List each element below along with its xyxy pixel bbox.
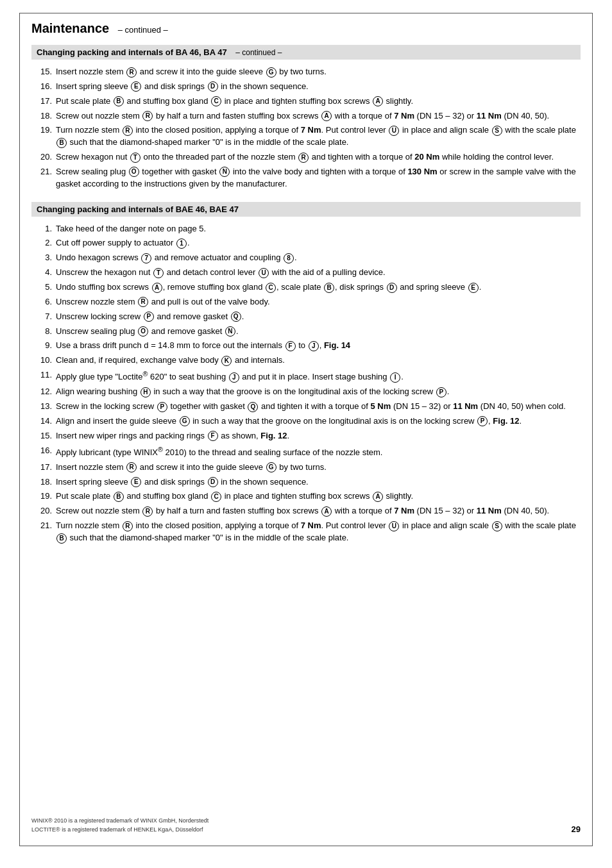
list-text: Apply lubricant (type WINIX® 2010) to th… [56,445,581,459]
list-num: 12. [38,386,56,398]
circle-C: C [266,283,276,293]
list-item: 2.Cut off power supply to actuator 1. [38,237,581,249]
list-text: Unscrew sealing plug O and remove gasket… [56,326,581,338]
list-num: 7. [38,311,56,323]
list-item: 17.Put scale plate B and stuffing box gl… [38,96,581,108]
circle-B: B [114,492,124,502]
footer: WINIX® 2010 is a registered trademark of… [31,817,208,834]
circle-B: B [324,283,334,293]
list-num: 21. [38,520,56,544]
section2-header: Changing packing and internals of BAE 46… [31,202,581,217]
list-text: Undo stuffing box screws A, remove stuff… [56,281,581,294]
list-item: 21.Screw sealing plug O together with ga… [38,166,581,190]
list-text: Clean and, if required, exchange valve b… [56,355,581,367]
list-item: 14.Align and insert the guide sleeve G i… [38,415,581,428]
circle-R: R [123,521,133,531]
circle-A: A [152,283,162,293]
page-number: 29 [572,824,581,834]
list-num: 18. [38,110,56,122]
circle-A: A [321,111,332,121]
list-text: Unscrew locking screw P and remove gaske… [56,311,581,323]
list-item: 6.Unscrew nozzle stem R and pull is out … [38,296,581,308]
circle-R: R [298,153,309,163]
circle-B: B [56,533,67,544]
list-num: 17. [38,462,56,474]
circle-J: J [309,341,319,351]
list-item: 9.Use a brass drift punch d = 14.8 mm to… [38,340,581,352]
list-item: 18.Screw out nozzle stem R by half a tur… [38,110,581,122]
circle-J: J [229,372,239,383]
circle-R: R [138,297,148,307]
list-num: 4. [38,267,56,279]
list-item: 12.Align wearing bushing H in such a way… [38,386,581,398]
list-num: 10. [38,355,56,367]
circle-C: C [211,492,221,502]
circle-C: C [211,96,221,106]
list-text: Insert nozzle stem R and screw it into t… [56,462,581,474]
circle-N: N [219,167,230,177]
circle-1: 1 [176,238,187,249]
list-item: 16.Apply lubricant (type WINIX® 2010) to… [38,445,581,459]
circle-F: F [208,431,218,441]
list-item: 20.Screw out nozzle stem R by half a tur… [38,505,581,517]
list-text: Cut off power supply to actuator 1. [56,237,581,249]
circle-E: E [131,477,141,487]
circle-B: B [56,138,67,148]
list-num: 21. [38,166,56,190]
circle-G: G [266,67,276,78]
circle-U: U [389,126,399,136]
list-text: Turn nozzle stem R into the closed posit… [56,520,581,544]
list-text: Screw out nozzle stem R by half a turn a… [56,505,581,517]
list-text: Insert spring sleeve E and disk springs … [56,476,581,488]
circle-R: R [126,67,137,78]
list-item: 13.Screw in the locking screw P together… [38,401,581,413]
circle-S: S [492,126,502,136]
circle-D: D [208,81,218,92]
circle-R: R [126,462,137,472]
list-text: Take heed of the danger note on page 5. [56,223,581,235]
list-item: 17.Insert nozzle stem R and screw it int… [38,462,581,474]
list-text: Insert new wiper rings and packing rings… [56,430,581,442]
circle-E: E [131,81,141,92]
list-text: Insert nozzle stem R and screw it into t… [56,66,581,78]
circle-7: 7 [141,253,151,263]
circle-D: D [387,283,397,293]
list-num: 14. [38,415,56,428]
list-item: 20.Screw hexagon nut T onto the threaded… [38,151,581,163]
circle-H: H [140,387,151,397]
list-num: 5. [38,281,56,294]
list-num: 2. [38,237,56,249]
circle-R: R [142,111,153,121]
list-num: 20. [38,505,56,517]
list-item: 11.Apply glue type "Loctite® 620" to sea… [38,369,581,383]
footer-line1: WINIX® 2010 is a registered trademark of… [31,817,208,826]
circle-P: P [144,312,154,322]
main-title-continued: – continued – [118,25,168,35]
circle-A: A [321,506,332,517]
circle-R: R [123,126,133,136]
list-text: Align wearing bushing H in such a way th… [56,386,581,398]
circle-U: U [259,268,269,278]
list-num: 20. [38,151,56,163]
list-num: 15. [38,66,56,78]
circle-T: T [130,153,140,163]
circle-8: 8 [284,253,294,263]
circle-E: E [468,283,479,293]
list-num: 16. [38,445,56,459]
list-item: 16.Insert spring sleeve E and disk sprin… [38,81,581,93]
list-item: 15.Insert new wiper rings and packing ri… [38,430,581,442]
list-num: 15. [38,430,56,442]
list-item: 15.Insert nozzle stem R and screw it int… [38,66,581,78]
list-text: Screw out nozzle stem R by half a turn a… [56,110,581,122]
list-text: Screw hexagon nut T onto the threaded pa… [56,151,581,163]
list-item: 8.Unscrew sealing plug O and remove gask… [38,326,581,338]
list-item: 1.Take heed of the danger note on page 5… [38,223,581,235]
section1-header: Changing packing and internals of BA 46,… [31,45,581,60]
list-item: 5.Undo stuffing box screws A, remove stu… [38,281,581,294]
list-num: 3. [38,252,56,264]
circle-Q: Q [231,312,241,322]
list-item: 21.Turn nozzle stem R into the closed po… [38,520,581,544]
list-item: 4.Unscrew the hexagon nut T and detach c… [38,267,581,279]
circle-R: R [142,506,153,517]
section2-list: 1.Take heed of the danger note on page 5… [38,223,581,544]
